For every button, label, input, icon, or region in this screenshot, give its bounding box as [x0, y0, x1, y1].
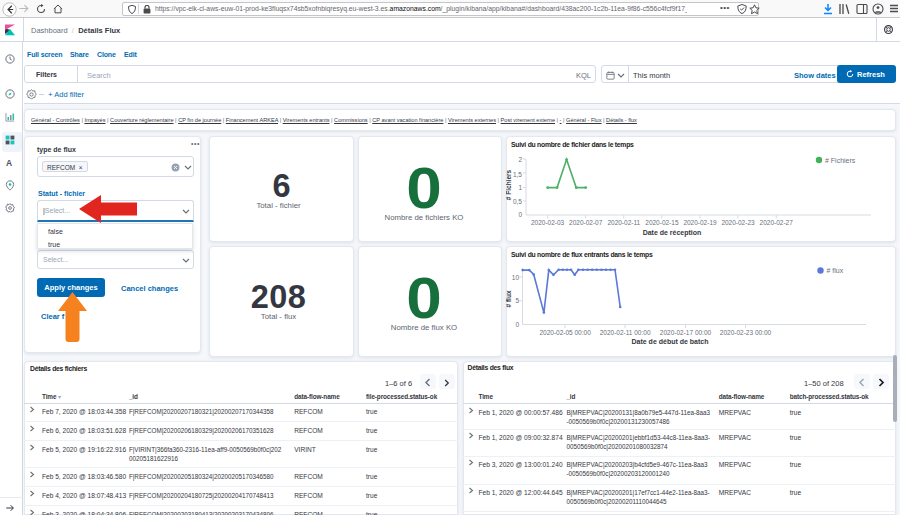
svg-text:10: 10 — [512, 274, 520, 281]
svg-text:2020-02-17 00:00: 2020-02-17 00:00 — [660, 329, 712, 336]
svg-text:2020-02-07: 2020-02-07 — [569, 219, 603, 226]
svg-text:2020-02-03: 2020-02-03 — [531, 219, 565, 226]
svg-text:2020-02-23 00:00: 2020-02-23 00:00 — [720, 329, 772, 336]
svg-text:1,5: 1,5 — [513, 171, 522, 178]
svg-text:0: 0 — [518, 211, 522, 218]
svg-text:# Fichiers: # Fichiers — [825, 157, 856, 164]
svg-text:2020-02-15: 2020-02-15 — [645, 219, 679, 226]
svg-text:2020-02-19: 2020-02-19 — [683, 219, 717, 226]
svg-text:0,5: 0,5 — [513, 198, 522, 205]
svg-text:0: 0 — [515, 321, 519, 328]
svg-text:2020-02-05 00:00: 2020-02-05 00:00 — [539, 329, 591, 336]
svg-text:# Fichiers: # Fichiers — [506, 169, 512, 200]
svg-text:2020-02-23: 2020-02-23 — [721, 219, 755, 226]
svg-text:2: 2 — [518, 156, 522, 163]
svg-text:Date de réception: Date de réception — [643, 229, 702, 237]
svg-text:2020-02-27: 2020-02-27 — [760, 219, 794, 226]
svg-text:# flux: # flux — [506, 290, 512, 307]
svg-text:1: 1 — [518, 184, 522, 191]
svg-text:# flux: # flux — [827, 267, 844, 274]
svg-text:2020-02-11 00:00: 2020-02-11 00:00 — [600, 329, 651, 336]
svg-text:2020-02-11: 2020-02-11 — [607, 219, 640, 226]
svg-text:5: 5 — [515, 297, 519, 304]
svg-text:Date de début de batch: Date de début de batch — [631, 338, 708, 345]
